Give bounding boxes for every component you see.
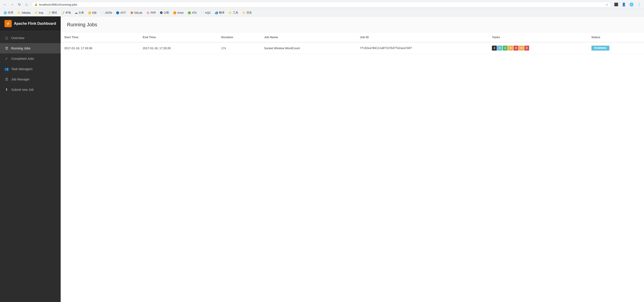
extensions-button[interactable]: ⬛ <box>613 1 619 8</box>
bookmark-label: 内外 <box>150 11 156 14</box>
bookmark-icon: 🔵 <box>116 11 119 14</box>
bookmark-label: 测试 <box>52 11 57 14</box>
status-badge: RUNNING <box>592 46 610 50</box>
task-badge: 0 <box>524 46 529 50</box>
bookmark-icon: 🌏 <box>215 11 218 14</box>
sidebar-item-completed-jobs[interactable]: ✓ Completed Jobs <box>0 54 61 64</box>
bookmark-item[interactable]: 🔵ATIT <box>114 10 128 15</box>
bookmark-item[interactable]: 📝本地 <box>59 10 72 15</box>
sidebar-logo: ⚡ Apache Flink Dashboard <box>0 16 61 31</box>
bookmark-item[interactable]: 🌸内外 <box>144 10 158 15</box>
sidebar-item-completed-jobs-label: Completed Jobs <box>11 57 34 60</box>
bookmark-item[interactable]: 📄JSON <box>99 10 114 15</box>
cell-start-time: 2017-01-18, 17:26:08 <box>61 42 139 54</box>
sidebar-item-running-jobs-label: Running Jobs <box>11 46 30 50</box>
bookmark-icon: ☁ <box>75 11 78 14</box>
bookmark-label: tmp <box>39 11 43 14</box>
bookmark-item[interactable]: 📁Alibaba <box>16 10 32 15</box>
bookmark-icon: 📄 <box>100 11 104 14</box>
sidebar-item-running-jobs[interactable]: ☰ Running Jobs <box>0 43 61 54</box>
cell-status: RUNNING <box>588 42 644 54</box>
bookmark-icon: 📁 <box>242 11 246 14</box>
bookmark-item[interactable]: 🟠Aone <box>171 10 186 15</box>
bookmark-item[interactable]: 📁工具 <box>227 10 240 15</box>
bookmark-item[interactable]: 🅐云图 <box>158 10 171 15</box>
bookmark-item[interactable]: 📄AQC <box>199 10 212 15</box>
page-header: Running Jobs <box>61 16 644 32</box>
bookmark-label: GitLab <box>134 11 142 14</box>
overview-icon: ◻ <box>4 36 8 40</box>
bookmark-item[interactable]: 📁历史 <box>240 10 254 15</box>
task-managers-icon: 👥 <box>4 67 8 71</box>
cell-end-time: 2017-01-18, 17:26:26 <box>139 42 218 54</box>
page-title: Running Jobs <box>67 22 638 28</box>
menu-button[interactable]: ⋮ <box>636 1 642 8</box>
cell-duration: 17s <box>218 42 260 54</box>
reload-button[interactable]: ↻ <box>16 1 22 8</box>
lock-icon: 🔒 <box>34 3 38 6</box>
bookmark-label: 云图 <box>164 11 169 14</box>
bookmark-label: ATIT <box>120 11 126 14</box>
bookmark-item[interactable]: 🟡iDB <box>86 10 98 15</box>
col-end-time: End Time <box>139 32 218 42</box>
bookmark-item[interactable]: 🌐应用 <box>2 10 15 15</box>
back-button[interactable]: ← <box>2 1 8 8</box>
sidebar-item-overview[interactable]: ◻ Overview <box>0 33 61 43</box>
col-job-name: Job Name <box>260 32 356 42</box>
bookmark-icon: 📁 <box>34 11 38 14</box>
table-container: Start Time End Time Duration Job Name Jo… <box>61 32 644 302</box>
sidebar-item-submit-job-label: Submit new Job <box>11 88 34 92</box>
bookmark-label: 翻译 <box>219 11 224 14</box>
task-badge: 0 <box>519 46 524 50</box>
task-badge: 0 <box>514 46 518 50</box>
address-bar[interactable]: 🔒 localhost:8081/#/running-jobs ☆ <box>32 2 611 8</box>
forward-button[interactable]: → <box>9 1 15 8</box>
logo-text: Apache Flink Dashboard <box>14 22 56 26</box>
bookmark-icon: 🌐 <box>4 11 7 14</box>
bookmark-item[interactable]: 🟢ATA <box>186 10 199 15</box>
bookmark-icon: 🦊 <box>130 11 134 14</box>
sidebar-item-job-manager[interactable]: ☰ Job Manager <box>0 74 61 84</box>
task-badge: 2 <box>503 46 508 50</box>
sidebar-item-submit-job[interactable]: ⬆ Submit new Job <box>0 84 61 95</box>
cell-job-name: Socket Window WordCount <box>260 42 356 54</box>
sidebar-item-overview-label: Overview <box>11 36 24 40</box>
app-container: ⚡ Apache Flink Dashboard ◻ Overview ☰ Ru… <box>0 16 644 302</box>
col-start-time: Start Time <box>61 32 139 42</box>
bookmark-label: iDB <box>92 11 96 14</box>
table-row[interactable]: 2017-01-18, 17:26:082017-01-18, 17:26:26… <box>61 42 644 54</box>
bookmark-item[interactable]: 🌏翻译 <box>213 10 226 15</box>
bookmark-item[interactable]: 🦊GitLab <box>128 10 144 15</box>
sidebar-item-job-manager-label: Job Manager <box>11 78 30 81</box>
bookmark-icon: 🅐 <box>160 11 163 14</box>
browser-toolbar: ← → ↻ ⌂ 🔒 localhost:8081/#/running-jobs … <box>0 0 644 9</box>
submit-job-icon: ⬆ <box>4 88 8 92</box>
bookmark-icon: 📝 <box>48 11 51 14</box>
task-badge: 0 <box>508 46 513 50</box>
bookmark-item[interactable]: ☁云雀 <box>73 10 86 15</box>
sidebar-item-task-managers-label: Task Managers <box>11 67 32 71</box>
task-badge: 2 <box>492 46 497 50</box>
logo-icon: ⚡ <box>4 20 12 27</box>
bookmark-item[interactable]: 📁tmp <box>33 10 45 15</box>
bookmark-label: 本地 <box>66 11 71 14</box>
profile-button[interactable]: 👤 <box>621 1 627 8</box>
sidebar-item-task-managers[interactable]: 👥 Task Managers <box>0 64 61 74</box>
bookmark-item[interactable]: 📝测试 <box>46 10 59 15</box>
bookmark-icon: 📝 <box>61 11 64 14</box>
completed-jobs-icon: ✓ <box>4 56 8 61</box>
star-icon[interactable]: ☆ <box>606 3 608 6</box>
bookmark-icon: 🟠 <box>173 11 176 14</box>
bookmark-label: 工具 <box>233 11 238 14</box>
task-badge: 0 <box>497 46 502 50</box>
sidebar: ⚡ Apache Flink Dashboard ◻ Overview ☰ Ru… <box>0 16 61 302</box>
running-jobs-icon: ☰ <box>4 46 8 50</box>
bookmark-label: 云雀 <box>78 11 84 14</box>
col-duration: Duration <box>218 32 260 42</box>
jobs-table: Start Time End Time Duration Job Name Jo… <box>61 32 644 54</box>
table-header-row: Start Time End Time Duration Job Name Jo… <box>61 32 644 42</box>
bookmark-icon: 🟢 <box>188 11 191 14</box>
translate-button[interactable]: 🌐 <box>628 1 634 8</box>
col-job-id: Job ID <box>356 32 488 42</box>
home-button[interactable]: ⌂ <box>23 1 30 8</box>
